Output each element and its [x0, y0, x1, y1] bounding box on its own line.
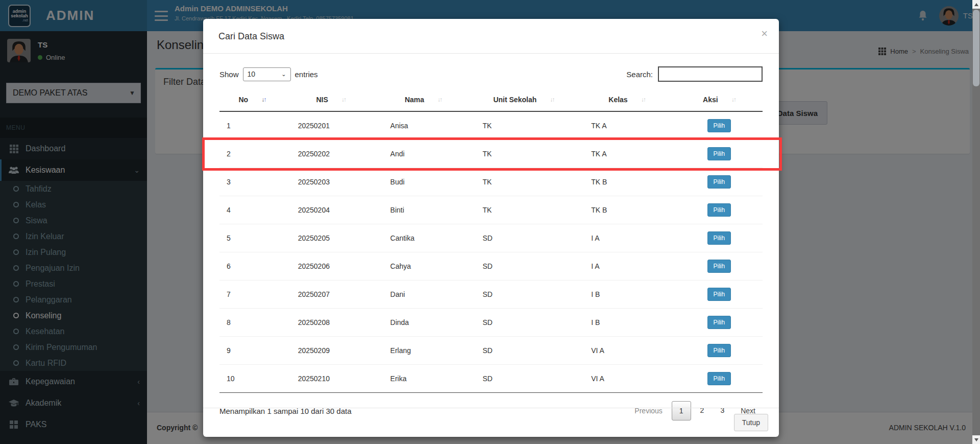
- sort-icon: ↓↑: [550, 96, 554, 103]
- table-header-row: No↓↑NIS↓↑Nama↓↑Unit Sekolah↓↑Kelas↓↑Aksi…: [219, 88, 763, 111]
- table-row: 620250206CahyaSDI APilih: [219, 252, 763, 281]
- pilih-button[interactable]: Pilih: [707, 203, 731, 217]
- column-header-no[interactable]: No↓↑: [219, 88, 285, 111]
- table-row: 1020250210ErikaSDVI APilih: [219, 365, 763, 393]
- column-header-aksi[interactable]: Aksi↓↑: [676, 88, 763, 111]
- pilih-button[interactable]: Pilih: [707, 316, 731, 329]
- chevron-down-icon: ⌄: [281, 71, 286, 78]
- table-row: 120250201AnisaTKTK APilih: [219, 111, 763, 140]
- pilih-button[interactable]: Pilih: [707, 260, 731, 273]
- search-label: Search:: [626, 70, 653, 79]
- table-row: 220250202AndiTKTK APilih: [219, 140, 763, 168]
- sort-icon: ↓↑: [437, 96, 442, 103]
- scroll-down-arrow[interactable]: [972, 435, 980, 444]
- cari-data-siswa-modal: Cari Data Siswa × Show 10 ⌄ entries Sear…: [203, 19, 779, 437]
- scrollbar[interactable]: [972, 0, 980, 444]
- scroll-up-arrow[interactable]: [972, 0, 980, 9]
- page-length-select[interactable]: 10 ⌄: [243, 67, 291, 81]
- table-row: 820250208DindaSDI BPilih: [219, 309, 763, 337]
- sort-icon: ↓↑: [641, 96, 645, 103]
- close-icon[interactable]: ×: [761, 27, 768, 40]
- search-input[interactable]: [658, 66, 763, 82]
- student-table-body: 120250201AnisaTKTK APilih220250202AndiTK…: [219, 111, 763, 393]
- table-row: 420250204BintiTKTK BPilih: [219, 196, 763, 224]
- table-row: 720250207DaniSDI BPilih: [219, 281, 763, 309]
- entries-label: entries: [295, 70, 318, 79]
- tutup-button[interactable]: Tutup: [734, 414, 768, 431]
- pilih-button[interactable]: Pilih: [707, 119, 731, 132]
- sort-icon: ↓↑: [341, 96, 346, 103]
- students-table: No↓↑NIS↓↑Nama↓↑Unit Sekolah↓↑Kelas↓↑Aksi…: [219, 88, 763, 393]
- column-header-nis[interactable]: NIS↓↑: [285, 88, 377, 111]
- column-header-unit-sekolah[interactable]: Unit Sekolah↓↑: [469, 88, 578, 111]
- column-header-nama[interactable]: Nama↓↑: [377, 88, 470, 111]
- pilih-button[interactable]: Pilih: [707, 372, 731, 385]
- scrollbar-thumb[interactable]: [973, 10, 979, 86]
- sort-icon: ↓↑: [731, 96, 736, 103]
- pilih-button[interactable]: Pilih: [707, 147, 731, 160]
- table-row: 320250203BudiTKTK BPilih: [219, 168, 763, 196]
- table-row: 920250209ErlangSDVI APilih: [219, 337, 763, 365]
- pilih-button[interactable]: Pilih: [707, 231, 731, 245]
- pilih-button[interactable]: Pilih: [707, 288, 731, 301]
- table-row: 520250205CantikaSDI APilih: [219, 224, 763, 252]
- modal-title: Cari Data Siswa: [218, 31, 764, 42]
- pilih-button[interactable]: Pilih: [707, 175, 731, 189]
- show-label: Show: [219, 70, 239, 79]
- sort-icon: ↓↑: [261, 96, 265, 103]
- column-header-kelas[interactable]: Kelas↓↑: [578, 88, 676, 111]
- pilih-button[interactable]: Pilih: [707, 344, 731, 357]
